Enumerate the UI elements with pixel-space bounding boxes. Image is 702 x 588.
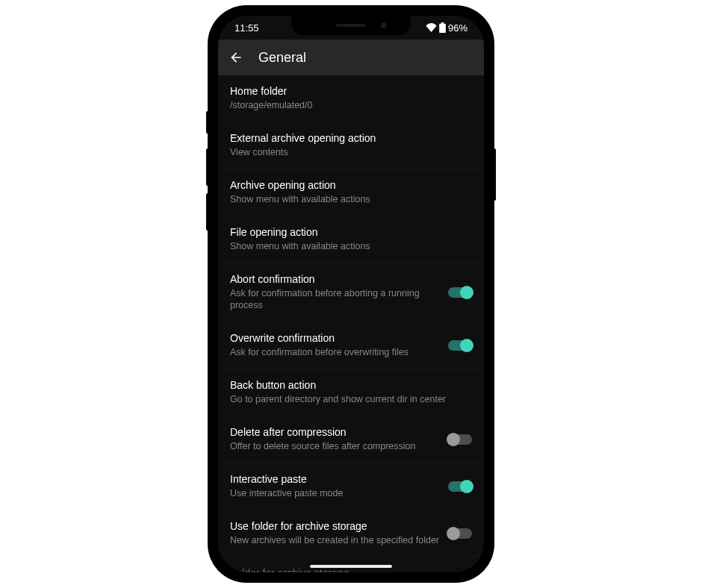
toggle-knob: [460, 339, 473, 352]
toggle-switch[interactable]: [448, 340, 472, 351]
toggle-switch[interactable]: [448, 481, 472, 492]
volume-down-button: [206, 193, 209, 231]
setting-title: Use folder for archive storage: [230, 520, 439, 532]
toggle-switch[interactable]: [448, 434, 472, 445]
setting-row[interactable]: Abort confirmationAsk for confirmation b…: [218, 263, 484, 323]
toggle-switch[interactable]: [448, 287, 472, 298]
setting-subtitle: View contents: [230, 146, 472, 159]
setting-title: External archive opening action: [230, 132, 472, 144]
setting-row[interactable]: Interactive pasteUse interactive paste m…: [218, 463, 484, 510]
setting-title: Archive opening action: [230, 179, 472, 191]
setting-text: External archive opening actionView cont…: [230, 132, 472, 159]
status-time: 11:55: [234, 22, 259, 34]
screen: 11:55 96% General Home folder/storage/em…: [218, 16, 484, 572]
setting-row[interactable]: Archive opening actionShow menu with ava…: [218, 169, 484, 216]
setting-subtitle: Show menu with available actions: [230, 193, 472, 206]
setting-title: Interactive paste: [230, 473, 439, 485]
setting-text: Back button actionGo to parent directory…: [230, 379, 472, 406]
setting-text: Overwrite confirmationAsk for confirmati…: [230, 332, 439, 359]
settings-list[interactable]: Home folder/storage/emulated/0External a…: [218, 75, 484, 572]
setting-row[interactable]: Delete after compressionOffer to delete …: [218, 416, 484, 463]
setting-title: File opening action: [230, 226, 472, 238]
volume-up-button: [206, 148, 209, 186]
setting-subtitle: Show menu with available actions: [230, 240, 472, 253]
setting-text: Use folder for archive storageNew archiv…: [230, 520, 439, 547]
toggle-knob: [460, 480, 473, 493]
setting-text: File opening actionShow menu with availa…: [230, 226, 472, 253]
setting-title: Back button action: [230, 379, 472, 391]
setting-subtitle: Ask for confirmation before aborting a r…: [230, 287, 439, 313]
wifi-icon: [426, 23, 437, 32]
toggle-knob: [447, 527, 460, 540]
nav-bar-home-indicator[interactable]: [310, 565, 392, 568]
status-battery-pct: 96%: [448, 22, 468, 34]
toggle-knob: [460, 286, 473, 299]
setting-title: Delete after compression: [230, 426, 439, 438]
notch: [291, 16, 411, 35]
battery-icon: [439, 22, 446, 33]
setting-subtitle: Ask for confirmation before overwriting …: [230, 346, 439, 359]
speaker: [336, 24, 366, 27]
setting-text: Archive opening actionShow menu with ava…: [230, 179, 472, 206]
toggle-knob: [447, 433, 460, 446]
arrow-back-icon: [229, 50, 243, 65]
side-button: [206, 111, 209, 134]
setting-title: Overwrite confirmation: [230, 332, 439, 344]
setting-text: Delete after compressionOffer to delete …: [230, 426, 439, 453]
setting-text: Home folder/storage/emulated/0: [230, 85, 472, 112]
setting-subtitle: Use interactive paste mode: [230, 487, 439, 500]
setting-text: Interactive pasteUse interactive paste m…: [230, 473, 439, 500]
toggle-switch[interactable]: [448, 528, 472, 539]
setting-row[interactable]: Back button actionGo to parent directory…: [218, 369, 484, 416]
setting-row[interactable]: Overwrite confirmationAsk for confirmati…: [218, 322, 484, 369]
setting-title: Abort confirmation: [230, 273, 439, 285]
setting-text: Abort confirmationAsk for confirmation b…: [230, 273, 439, 313]
setting-subtitle: Go to parent directory and show current …: [230, 393, 472, 406]
setting-row[interactable]: External archive opening actionView cont…: [218, 122, 484, 169]
back-button[interactable]: [229, 50, 243, 65]
setting-subtitle: /storage/emulated/0: [230, 99, 472, 112]
setting-row[interactable]: Use folder for archive storageNew archiv…: [218, 510, 484, 557]
status-right: 96%: [426, 22, 468, 34]
setting-subtitle: Offer to delete source files after compr…: [230, 440, 439, 453]
phone-frame: 11:55 96% General Home folder/storage/em…: [209, 7, 493, 581]
page-title: General: [258, 50, 306, 66]
setting-title: Home folder: [230, 85, 472, 97]
setting-row[interactable]: File opening actionShow menu with availa…: [218, 216, 484, 263]
app-bar: General: [218, 40, 484, 75]
setting-row[interactable]: Home folder/storage/emulated/0: [218, 75, 484, 122]
power-button: [493, 148, 496, 201]
setting-subtitle: New archives will be created in the spec…: [230, 534, 439, 547]
front-camera: [381, 22, 387, 28]
